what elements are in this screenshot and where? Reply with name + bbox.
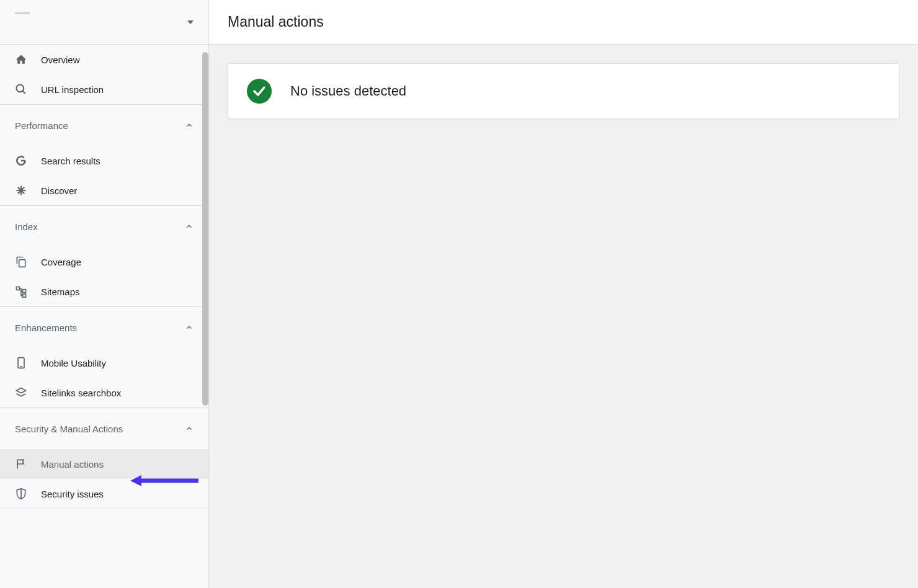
property-placeholder [15,12,30,14]
page-title: Manual actions [228,14,324,30]
section-header-enhancements[interactable]: Enhancements [0,307,208,348]
layers-icon [15,386,41,399]
sidebar-item-mobile-usability[interactable]: Mobile Usability [0,348,208,378]
asterisk-icon [15,184,41,197]
svg-point-0 [17,85,24,92]
section-header-performance[interactable]: Performance [0,105,208,146]
main-header: Manual actions [209,0,918,45]
sidebar-item-label: Overview [41,55,80,65]
sidebar-item-overview[interactable]: Overview [0,45,208,74]
search-icon [15,83,41,96]
section-header-security-manual[interactable]: Security & Manual Actions [0,408,208,449]
scrollbar[interactable] [202,52,208,406]
sidebar-item-label: Sitelinks searchbox [41,388,121,398]
sidebar-item-label: Discover [41,185,77,196]
sidebar-item-security-issues[interactable]: Security issues [0,479,208,509]
section-title: Enhancements [15,323,77,333]
sidebar-item-label: Mobile Usability [41,358,106,368]
svg-line-1 [23,91,25,94]
g-logo-icon [15,154,41,167]
svg-rect-8 [23,290,26,293]
shield-icon [15,488,41,500]
copy-icon [15,256,41,268]
sidebar: Overview URL inspection Performance Sear… [0,0,209,588]
property-selector[interactable] [0,0,208,45]
chevron-up-icon [185,222,194,231]
check-circle-icon [247,79,272,104]
sidebar-item-label: Manual actions [41,459,104,470]
sidebar-item-url-inspection[interactable]: URL inspection [0,74,208,104]
sidebar-item-label: Search results [41,156,100,166]
status-message: No issues detected [290,83,406,99]
section-header-index[interactable]: Index [0,206,208,247]
svg-rect-7 [17,287,20,290]
main-area: Manual actions No issues detected [209,0,918,588]
sidebar-item-label: Coverage [41,257,81,267]
flag-icon [15,458,41,470]
section-title: Performance [15,120,68,131]
sidebar-item-manual-actions[interactable]: Manual actions [0,449,208,479]
chevron-up-icon [185,121,194,130]
chevron-up-icon [185,424,194,433]
home-icon [15,53,41,66]
sidebar-item-sitelinks-searchbox[interactable]: Sitelinks searchbox [0,378,208,408]
tree-icon [15,285,41,298]
status-card: No issues detected [228,63,899,119]
section-title: Security & Manual Actions [15,424,123,434]
sidebar-item-coverage[interactable]: Coverage [0,247,208,277]
main-content: No issues detected [209,45,918,588]
sidebar-item-label: Sitemaps [41,287,80,297]
phone-icon [15,357,41,369]
section-title: Index [15,221,38,232]
svg-rect-6 [19,260,25,267]
svg-rect-9 [23,294,26,297]
svg-marker-12 [17,388,26,393]
sidebar-item-label: Security issues [41,489,104,499]
dropdown-icon [187,20,194,24]
sidebar-item-discover[interactable]: Discover [0,176,208,205]
chevron-up-icon [185,323,194,332]
sidebar-item-search-results[interactable]: Search results [0,146,208,176]
sidebar-item-label: URL inspection [41,84,104,95]
sidebar-item-sitemaps[interactable]: Sitemaps [0,277,208,306]
